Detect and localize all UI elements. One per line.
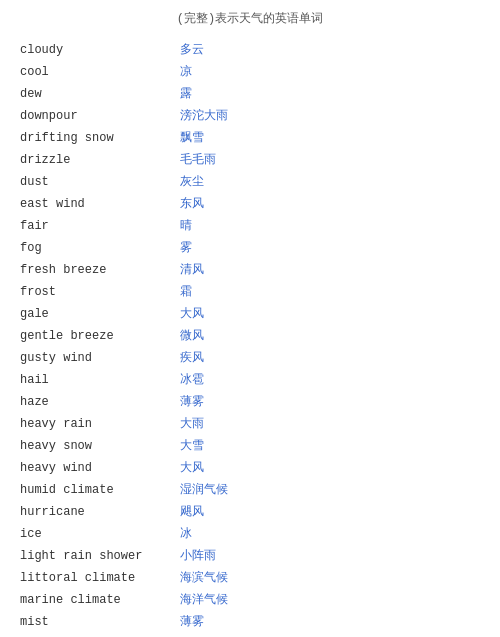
english-word: fog: [20, 239, 180, 257]
english-word: ice: [20, 525, 180, 543]
list-item: fog雾: [20, 239, 480, 257]
chinese-translation: 冰雹: [180, 371, 204, 389]
english-word: hail: [20, 371, 180, 389]
chinese-translation: 大雨: [180, 415, 204, 433]
chinese-translation: 凉: [180, 63, 192, 81]
list-item: dust灰尘: [20, 173, 480, 191]
chinese-translation: 滂沱大雨: [180, 107, 228, 125]
english-word: gentle breeze: [20, 327, 180, 345]
list-item: cool凉: [20, 63, 480, 81]
chinese-translation: 多云: [180, 41, 204, 59]
english-word: cool: [20, 63, 180, 81]
english-word: downpour: [20, 107, 180, 125]
list-item: heavy snow大雪: [20, 437, 480, 455]
english-word: marine climate: [20, 591, 180, 609]
english-word: gale: [20, 305, 180, 323]
list-item: humid climate湿润气候: [20, 481, 480, 499]
chinese-translation: 小阵雨: [180, 547, 216, 565]
chinese-translation: 冰: [180, 525, 192, 543]
chinese-translation: 海滨气候: [180, 569, 228, 587]
english-word: littoral climate: [20, 569, 180, 587]
chinese-translation: 大雪: [180, 437, 204, 455]
list-item: fresh breeze清风: [20, 261, 480, 279]
vocab-table: cloudy多云cool凉dew露downpour滂沱大雨drifting sn…: [20, 41, 480, 637]
chinese-translation: 露: [180, 85, 192, 103]
chinese-translation: 薄雾: [180, 393, 204, 411]
chinese-translation: 毛毛雨: [180, 151, 216, 169]
chinese-translation: 微风: [180, 327, 204, 345]
list-item: gentle breeze微风: [20, 327, 480, 345]
english-word: east wind: [20, 195, 180, 213]
english-word: dust: [20, 173, 180, 191]
list-item: cloudy多云: [20, 41, 480, 59]
list-item: haze薄雾: [20, 393, 480, 411]
chinese-translation: 海洋气候: [180, 591, 228, 609]
list-item: hurricane飓风: [20, 503, 480, 521]
list-item: downpour滂沱大雨: [20, 107, 480, 125]
list-item: fair晴: [20, 217, 480, 235]
english-word: light rain shower: [20, 547, 180, 565]
list-item: frost霜: [20, 283, 480, 301]
english-word: heavy rain: [20, 415, 180, 433]
english-word: drizzle: [20, 151, 180, 169]
english-word: gusty wind: [20, 349, 180, 367]
english-word: haze: [20, 393, 180, 411]
english-word: fair: [20, 217, 180, 235]
chinese-translation: 雾: [180, 239, 192, 257]
english-word: frost: [20, 283, 180, 301]
english-word: heavy snow: [20, 437, 180, 455]
list-item: drifting snow飘雪: [20, 129, 480, 147]
page-title: (完整)表示天气的英语单词: [20, 10, 480, 27]
list-item: ice冰: [20, 525, 480, 543]
list-item: littoral climate海滨气候: [20, 569, 480, 587]
english-word: dew: [20, 85, 180, 103]
chinese-translation: 霜: [180, 283, 192, 301]
list-item: gusty wind疾风: [20, 349, 480, 367]
list-item: light rain shower小阵雨: [20, 547, 480, 565]
chinese-translation: 湿润气候: [180, 481, 228, 499]
list-item: gale大风: [20, 305, 480, 323]
list-item: drizzle毛毛雨: [20, 151, 480, 169]
chinese-translation: 东风: [180, 195, 204, 213]
list-item: dew露: [20, 85, 480, 103]
english-word: heavy wind: [20, 459, 180, 477]
list-item: heavy wind大风: [20, 459, 480, 477]
chinese-translation: 飘雪: [180, 129, 204, 147]
english-word: cloudy: [20, 41, 180, 59]
english-word: hurricane: [20, 503, 180, 521]
chinese-translation: 灰尘: [180, 173, 204, 191]
english-word: mist: [20, 613, 180, 631]
english-word: drifting snow: [20, 129, 180, 147]
list-item: hail冰雹: [20, 371, 480, 389]
english-word: humid climate: [20, 481, 180, 499]
list-item: east wind东风: [20, 195, 480, 213]
chinese-translation: 飓风: [180, 503, 204, 521]
chinese-translation: 大风: [180, 305, 204, 323]
list-item: heavy rain大雨: [20, 415, 480, 433]
list-item: marine climate海洋气候: [20, 591, 480, 609]
list-item: mist薄雾: [20, 613, 480, 631]
english-word: fresh breeze: [20, 261, 180, 279]
chinese-translation: 疾风: [180, 349, 204, 367]
chinese-translation: 清风: [180, 261, 204, 279]
chinese-translation: 薄雾: [180, 613, 204, 631]
chinese-translation: 晴: [180, 217, 192, 235]
chinese-translation: 大风: [180, 459, 204, 477]
